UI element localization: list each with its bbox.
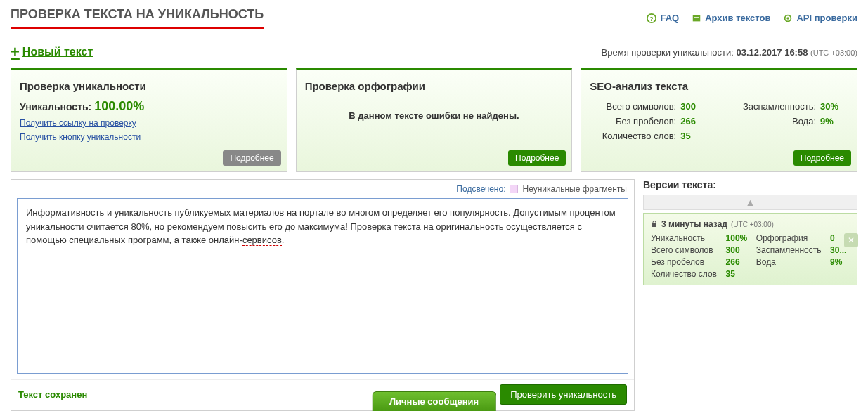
legend-highlighted: Подсвечено:	[456, 184, 505, 194]
v-water-l: Вода	[756, 257, 824, 267]
check-timestamp: Время проверки уникальности: 03.12.2017 …	[602, 47, 857, 58]
time-label: Время проверки уникальности:	[602, 47, 734, 58]
archive-label: Архив текстов	[705, 13, 770, 23]
uniqueness-title: Проверка уникальности	[20, 80, 278, 92]
editor-panel: Подсвечено: Неуникальные фрагменты Инфор…	[11, 179, 635, 411]
text-editor[interactable]: Информативность и уникальность публикуем…	[17, 198, 628, 374]
v-spam-l: Заспамленность	[756, 245, 824, 255]
spell-more-button[interactable]: Подробнее	[508, 150, 566, 166]
versions-scroll-up[interactable]: ▲	[643, 195, 857, 210]
time-value: 03.12.2017 16:58	[736, 47, 808, 58]
v-spell-l: Орфография	[756, 233, 824, 243]
version-head: 3 минуты назад (UTC +03:00)	[651, 219, 850, 229]
v-uniq-l: Уникальность	[651, 233, 720, 243]
v-uniq-v: 100%	[726, 233, 751, 243]
faq-label: FAQ	[660, 13, 679, 23]
get-link-link[interactable]: Получить ссылку на проверку	[20, 118, 278, 128]
seo-spam-label: Заспамленность:	[730, 101, 820, 112]
uniqueness-pct: 100.00%	[94, 99, 144, 113]
svg-point-5	[787, 17, 790, 20]
seo-spam-val: 30%	[820, 101, 848, 112]
svg-rect-2	[693, 15, 701, 21]
help-icon: ?	[647, 13, 656, 23]
api-link[interactable]: API проверки	[783, 13, 857, 23]
new-text-label: Новый текст	[22, 46, 93, 58]
v-words-l: Количество слов	[651, 269, 720, 279]
versions-panel: Версии текста: ▲ 3 минуты назад (UTC +03…	[643, 179, 857, 411]
versions-title: Версии текста:	[643, 179, 857, 190]
plus-icon: +	[11, 43, 20, 61]
seo-words-val: 35	[680, 131, 708, 141]
new-text-button[interactable]: + Новый текст	[11, 43, 93, 61]
seo-more-button[interactable]: Подробнее	[793, 150, 851, 166]
version-close-button[interactable]: ✕	[844, 233, 858, 247]
v-chars-v: 300	[726, 245, 751, 255]
archive-link[interactable]: Архив текстов	[692, 13, 770, 23]
v-nospace-l: Без пробелов	[651, 257, 720, 267]
top-links: ? FAQ Архив текстов API проверки	[647, 13, 857, 23]
spelling-panel: Проверка орфографии В данном тексте ошиб…	[296, 68, 573, 172]
version-tz: (UTC +03:00)	[731, 221, 774, 228]
seo-total-chars-label: Всего символов:	[590, 101, 680, 112]
get-button-link[interactable]: Получить кнопку уникальности	[20, 132, 278, 142]
seo-nospace-label: Без пробелов:	[590, 116, 680, 126]
uniqueness-value-row: Уникальность: 100.00%	[20, 99, 278, 114]
nonunique-swatch	[510, 185, 518, 193]
archive-icon	[692, 13, 701, 23]
seo-nospace-val: 266	[680, 116, 708, 126]
seo-total-chars-val: 300	[680, 101, 708, 112]
v-chars-l: Всего символов	[651, 245, 720, 255]
saved-status: Текст сохранен	[18, 389, 87, 400]
seo-water-val: 9%	[820, 116, 848, 126]
seo-words-label: Количество слов:	[590, 131, 680, 141]
page-title: ПРОВЕРКА ТЕКСТА НА УНИКАЛЬНОСТЬ	[11, 7, 264, 29]
v-water-v: 9%	[830, 257, 850, 267]
version-time: 3 минуты назад	[661, 219, 727, 229]
legend: Подсвечено: Неуникальные фрагменты	[11, 180, 634, 198]
personal-messages-tab[interactable]: Личные сообщения	[372, 391, 496, 411]
editor-text-misspell: сервисов	[242, 235, 282, 246]
spelling-title: Проверка орфографии	[305, 80, 564, 92]
svg-rect-6	[652, 223, 656, 227]
editor-text-a: Информативность и уникальность публикуем…	[26, 207, 616, 245]
check-uniqueness-button[interactable]: Проверить уникальность	[500, 384, 627, 405]
v-nospace-v: 266	[726, 257, 751, 267]
lock-icon	[651, 221, 658, 228]
faq-link[interactable]: ? FAQ	[647, 13, 679, 23]
version-card[interactable]: 3 минуты назад (UTC +03:00) Уникальность…	[643, 213, 857, 285]
seo-title: SEO-анализ текста	[590, 80, 848, 92]
svg-rect-3	[694, 17, 699, 18]
seo-panel: SEO-анализ текста Всего символов:300 Без…	[581, 68, 857, 172]
api-label: API проверки	[796, 13, 857, 23]
chevron-up-icon: ▲	[746, 197, 756, 208]
uniqueness-label: Уникальность:	[20, 101, 91, 112]
seo-water-label: Вода:	[730, 116, 820, 126]
v-words-v: 35	[726, 269, 751, 279]
gear-icon	[783, 13, 793, 23]
editor-text-c: .	[282, 235, 285, 245]
spelling-message: В данном тексте ошибки не найдены.	[305, 110, 564, 121]
uniqueness-panel: Проверка уникальности Уникальность: 100.…	[11, 68, 287, 172]
svg-text:?: ?	[650, 15, 654, 22]
legend-nonunique: Неуникальные фрагменты	[522, 184, 627, 194]
uniq-more-button[interactable]: Подробнее	[223, 150, 280, 166]
time-tz: (UTC +03:00)	[810, 48, 857, 57]
close-icon: ✕	[848, 235, 855, 245]
